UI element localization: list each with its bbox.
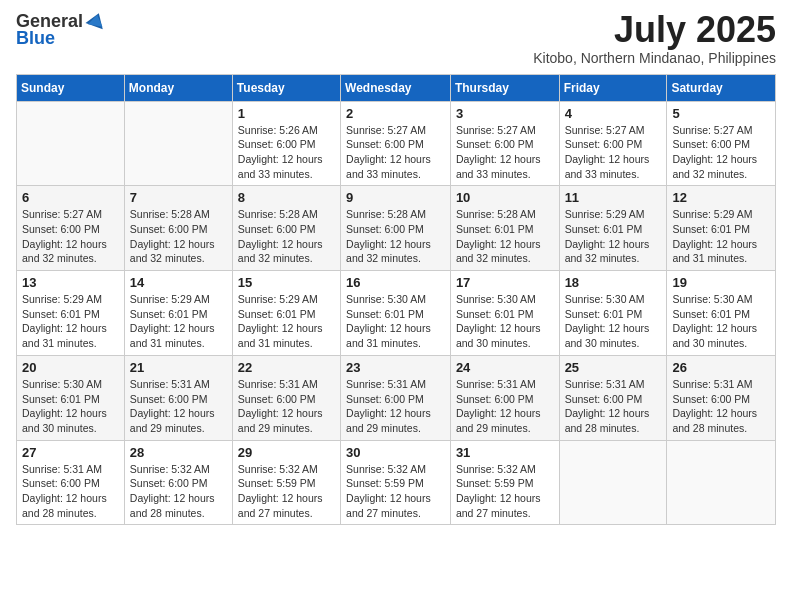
header-day-wednesday: Wednesday xyxy=(341,74,451,101)
title-month-year: July 2025 xyxy=(533,10,776,50)
day-info: Sunrise: 5:28 AM Sunset: 6:00 PM Dayligh… xyxy=(238,207,335,266)
calendar-cell: 22Sunrise: 5:31 AM Sunset: 6:00 PM Dayli… xyxy=(232,355,340,440)
calendar-week-row: 6Sunrise: 5:27 AM Sunset: 6:00 PM Daylig… xyxy=(17,186,776,271)
day-info: Sunrise: 5:31 AM Sunset: 6:00 PM Dayligh… xyxy=(672,377,770,436)
day-number: 13 xyxy=(22,275,119,290)
calendar-cell: 7Sunrise: 5:28 AM Sunset: 6:00 PM Daylig… xyxy=(124,186,232,271)
calendar-cell: 11Sunrise: 5:29 AM Sunset: 6:01 PM Dayli… xyxy=(559,186,667,271)
day-number: 14 xyxy=(130,275,227,290)
day-number: 7 xyxy=(130,190,227,205)
calendar-cell: 6Sunrise: 5:27 AM Sunset: 6:00 PM Daylig… xyxy=(17,186,125,271)
day-info: Sunrise: 5:32 AM Sunset: 6:00 PM Dayligh… xyxy=(130,462,227,521)
day-info: Sunrise: 5:27 AM Sunset: 6:00 PM Dayligh… xyxy=(456,123,554,182)
calendar-cell: 13Sunrise: 5:29 AM Sunset: 6:01 PM Dayli… xyxy=(17,271,125,356)
header-day-tuesday: Tuesday xyxy=(232,74,340,101)
day-info: Sunrise: 5:28 AM Sunset: 6:00 PM Dayligh… xyxy=(130,207,227,266)
day-number: 8 xyxy=(238,190,335,205)
day-number: 30 xyxy=(346,445,445,460)
page-header: General Blue July 2025 Kitobo, Northern … xyxy=(16,10,776,66)
day-info: Sunrise: 5:29 AM Sunset: 6:01 PM Dayligh… xyxy=(565,207,662,266)
day-info: Sunrise: 5:26 AM Sunset: 6:00 PM Dayligh… xyxy=(238,123,335,182)
title-location: Kitobo, Northern Mindanao, Philippines xyxy=(533,50,776,66)
day-number: 26 xyxy=(672,360,770,375)
title-area: July 2025 Kitobo, Northern Mindanao, Phi… xyxy=(533,10,776,66)
day-info: Sunrise: 5:29 AM Sunset: 6:01 PM Dayligh… xyxy=(238,292,335,351)
calendar-week-row: 13Sunrise: 5:29 AM Sunset: 6:01 PM Dayli… xyxy=(17,271,776,356)
calendar-cell: 16Sunrise: 5:30 AM Sunset: 6:01 PM Dayli… xyxy=(341,271,451,356)
day-number: 28 xyxy=(130,445,227,460)
calendar-cell: 1Sunrise: 5:26 AM Sunset: 6:00 PM Daylig… xyxy=(232,101,340,186)
day-info: Sunrise: 5:31 AM Sunset: 6:00 PM Dayligh… xyxy=(130,377,227,436)
calendar-week-row: 20Sunrise: 5:30 AM Sunset: 6:01 PM Dayli… xyxy=(17,355,776,440)
day-number: 1 xyxy=(238,106,335,121)
day-info: Sunrise: 5:30 AM Sunset: 6:01 PM Dayligh… xyxy=(22,377,119,436)
calendar-cell: 20Sunrise: 5:30 AM Sunset: 6:01 PM Dayli… xyxy=(17,355,125,440)
day-number: 21 xyxy=(130,360,227,375)
calendar-cell: 31Sunrise: 5:32 AM Sunset: 5:59 PM Dayli… xyxy=(450,440,559,525)
day-number: 25 xyxy=(565,360,662,375)
calendar-cell: 17Sunrise: 5:30 AM Sunset: 6:01 PM Dayli… xyxy=(450,271,559,356)
day-info: Sunrise: 5:32 AM Sunset: 5:59 PM Dayligh… xyxy=(238,462,335,521)
day-info: Sunrise: 5:27 AM Sunset: 6:00 PM Dayligh… xyxy=(565,123,662,182)
calendar-cell: 27Sunrise: 5:31 AM Sunset: 6:00 PM Dayli… xyxy=(17,440,125,525)
calendar-cell xyxy=(124,101,232,186)
day-number: 17 xyxy=(456,275,554,290)
day-info: Sunrise: 5:31 AM Sunset: 6:00 PM Dayligh… xyxy=(346,377,445,436)
calendar-cell xyxy=(17,101,125,186)
calendar-cell: 21Sunrise: 5:31 AM Sunset: 6:00 PM Dayli… xyxy=(124,355,232,440)
day-number: 5 xyxy=(672,106,770,121)
day-info: Sunrise: 5:28 AM Sunset: 6:01 PM Dayligh… xyxy=(456,207,554,266)
calendar-cell: 18Sunrise: 5:30 AM Sunset: 6:01 PM Dayli… xyxy=(559,271,667,356)
day-info: Sunrise: 5:27 AM Sunset: 6:00 PM Dayligh… xyxy=(346,123,445,182)
day-number: 29 xyxy=(238,445,335,460)
calendar-cell: 4Sunrise: 5:27 AM Sunset: 6:00 PM Daylig… xyxy=(559,101,667,186)
day-info: Sunrise: 5:31 AM Sunset: 6:00 PM Dayligh… xyxy=(565,377,662,436)
calendar-cell: 9Sunrise: 5:28 AM Sunset: 6:00 PM Daylig… xyxy=(341,186,451,271)
calendar-week-row: 1Sunrise: 5:26 AM Sunset: 6:00 PM Daylig… xyxy=(17,101,776,186)
calendar-table: SundayMondayTuesdayWednesdayThursdayFrid… xyxy=(16,74,776,526)
day-number: 20 xyxy=(22,360,119,375)
calendar-cell: 15Sunrise: 5:29 AM Sunset: 6:01 PM Dayli… xyxy=(232,271,340,356)
day-number: 4 xyxy=(565,106,662,121)
calendar-cell: 25Sunrise: 5:31 AM Sunset: 6:00 PM Dayli… xyxy=(559,355,667,440)
day-info: Sunrise: 5:31 AM Sunset: 6:00 PM Dayligh… xyxy=(22,462,119,521)
day-number: 27 xyxy=(22,445,119,460)
day-number: 18 xyxy=(565,275,662,290)
day-number: 15 xyxy=(238,275,335,290)
calendar-cell: 26Sunrise: 5:31 AM Sunset: 6:00 PM Dayli… xyxy=(667,355,776,440)
day-number: 23 xyxy=(346,360,445,375)
day-info: Sunrise: 5:30 AM Sunset: 6:01 PM Dayligh… xyxy=(346,292,445,351)
calendar-header-row: SundayMondayTuesdayWednesdayThursdayFrid… xyxy=(17,74,776,101)
day-number: 10 xyxy=(456,190,554,205)
day-number: 11 xyxy=(565,190,662,205)
calendar-cell: 12Sunrise: 5:29 AM Sunset: 6:01 PM Dayli… xyxy=(667,186,776,271)
calendar-cell: 14Sunrise: 5:29 AM Sunset: 6:01 PM Dayli… xyxy=(124,271,232,356)
day-info: Sunrise: 5:27 AM Sunset: 6:00 PM Dayligh… xyxy=(672,123,770,182)
calendar-week-row: 27Sunrise: 5:31 AM Sunset: 6:00 PM Dayli… xyxy=(17,440,776,525)
day-number: 31 xyxy=(456,445,554,460)
day-info: Sunrise: 5:31 AM Sunset: 6:00 PM Dayligh… xyxy=(238,377,335,436)
calendar-cell: 29Sunrise: 5:32 AM Sunset: 5:59 PM Dayli… xyxy=(232,440,340,525)
day-number: 19 xyxy=(672,275,770,290)
header-day-monday: Monday xyxy=(124,74,232,101)
calendar-cell: 24Sunrise: 5:31 AM Sunset: 6:00 PM Dayli… xyxy=(450,355,559,440)
calendar-cell: 10Sunrise: 5:28 AM Sunset: 6:01 PM Dayli… xyxy=(450,186,559,271)
calendar-cell: 5Sunrise: 5:27 AM Sunset: 6:00 PM Daylig… xyxy=(667,101,776,186)
calendar-cell: 2Sunrise: 5:27 AM Sunset: 6:00 PM Daylig… xyxy=(341,101,451,186)
header-day-saturday: Saturday xyxy=(667,74,776,101)
day-info: Sunrise: 5:32 AM Sunset: 5:59 PM Dayligh… xyxy=(346,462,445,521)
logo-icon xyxy=(85,10,107,32)
logo: General Blue xyxy=(16,10,107,49)
day-info: Sunrise: 5:32 AM Sunset: 5:59 PM Dayligh… xyxy=(456,462,554,521)
day-info: Sunrise: 5:29 AM Sunset: 6:01 PM Dayligh… xyxy=(130,292,227,351)
day-info: Sunrise: 5:30 AM Sunset: 6:01 PM Dayligh… xyxy=(672,292,770,351)
day-number: 16 xyxy=(346,275,445,290)
day-info: Sunrise: 5:28 AM Sunset: 6:00 PM Dayligh… xyxy=(346,207,445,266)
day-info: Sunrise: 5:30 AM Sunset: 6:01 PM Dayligh… xyxy=(456,292,554,351)
day-number: 3 xyxy=(456,106,554,121)
calendar-cell: 3Sunrise: 5:27 AM Sunset: 6:00 PM Daylig… xyxy=(450,101,559,186)
calendar-cell: 30Sunrise: 5:32 AM Sunset: 5:59 PM Dayli… xyxy=(341,440,451,525)
day-info: Sunrise: 5:30 AM Sunset: 6:01 PM Dayligh… xyxy=(565,292,662,351)
day-info: Sunrise: 5:27 AM Sunset: 6:00 PM Dayligh… xyxy=(22,207,119,266)
calendar-cell: 23Sunrise: 5:31 AM Sunset: 6:00 PM Dayli… xyxy=(341,355,451,440)
